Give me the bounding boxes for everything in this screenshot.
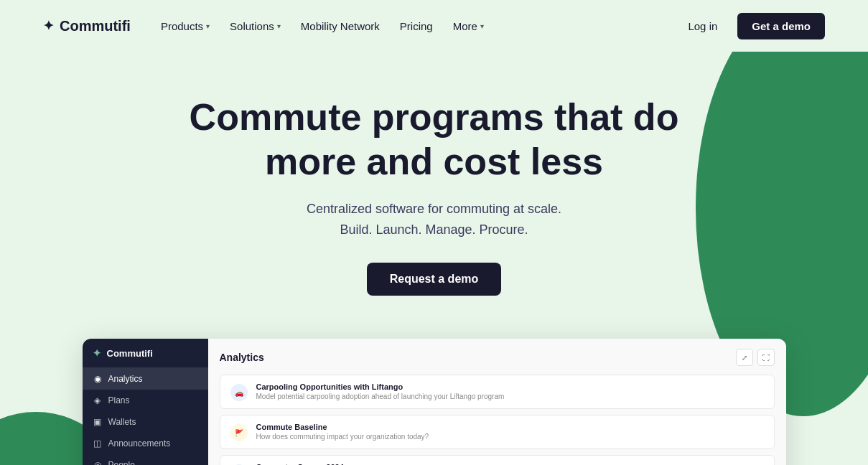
nav-links: Products ▾ Solutions ▾ Mobility Network … [154,16,491,37]
fullscreen-icon-btn[interactable]: ⛶ [757,349,775,366]
carpooling-icon: 🚗 [230,384,248,401]
sidebar-item-announcements[interactable]: ◫ Announcements [83,433,208,454]
nav-pricing[interactable]: Pricing [393,16,440,37]
logo-icon: ✦ [43,18,54,34]
announcements-icon: ◫ [93,438,103,448]
sidebar-analytics-label: Analytics [108,374,143,384]
baseline-content: Commute Baseline How does commuting impa… [256,423,429,441]
carpooling-title: Carpooling Opportunities with Liftango [256,382,505,391]
nav-more[interactable]: More ▾ [446,16,491,37]
sidebar-logo-icon: ✦ [93,347,101,359]
app-main-header: Analytics ⤢ ⛶ [220,349,775,366]
carpooling-desc: Model potential carpooling adoption ahea… [256,393,505,400]
expand-icon-btn[interactable]: ⤢ [736,349,753,366]
hero-section: Commute programs that do more and cost l… [0,52,868,324]
carpooling-content: Carpooling Opportunities with Liftango M… [256,382,505,400]
navbar: ✦ Commutifi Products ▾ Solutions ▾ Mobil… [0,0,868,52]
chevron-down-icon: ▾ [206,22,210,30]
hero-headline: Commute programs that do more and cost l… [183,95,686,184]
sidebar-wallets-label: Wallets [108,417,136,427]
sidebar-item-plans[interactable]: ◈ Plans [83,390,208,411]
nav-more-label: More [453,20,477,32]
hero-subtext: Centralized software for commuting at sc… [14,199,854,240]
analytics-icon: ◉ [93,374,103,384]
nav-products-label: Products [161,20,203,32]
sidebar-people-label: People [108,460,135,465]
get-demo-button[interactable]: Get a demo [737,13,825,39]
nav-mobility-network[interactable]: Mobility Network [294,16,387,37]
sidebar-item-analytics[interactable]: ◉ Analytics [83,368,208,390]
nav-right: Log in Get a demo [679,13,825,39]
sidebar-logo: ✦ Commutifi [83,339,208,368]
sidebar-plans-label: Plans [108,395,130,405]
app-main: Analytics ⤢ ⛶ 🚗 Carpooling Opportunities… [208,339,786,465]
chevron-down-icon: ▾ [480,22,484,30]
login-button[interactable]: Log in [679,14,726,38]
app-main-actions: ⤢ ⛶ [736,349,775,366]
nav-left: ✦ Commutifi Products ▾ Solutions ▾ Mobil… [43,16,491,37]
analytics-row-baseline: 🚩 Commute Baseline How does commuting im… [220,415,775,449]
analytics-row-carpooling: 🚗 Carpooling Opportunities with Liftango… [220,375,775,409]
people-icon: ◎ [93,460,103,465]
analytics-row-survey: 📊 Commuter Survey 2024 Check out the res… [220,455,775,465]
baseline-icon: 🚩 [230,424,248,441]
nav-products[interactable]: Products ▾ [154,16,217,37]
sidebar-item-people[interactable]: ◎ People [83,454,208,465]
plans-icon: ◈ [93,395,103,405]
app-sidebar: ✦ Commutifi ◉ Analytics ◈ Plans ▣ Wallet… [83,339,208,465]
nav-solutions-label: Solutions [230,20,274,32]
baseline-desc: How does commuting impact your organizat… [256,433,429,441]
baseline-title: Commute Baseline [256,423,429,431]
app-main-title: Analytics [220,352,264,363]
logo[interactable]: ✦ Commutifi [43,18,131,34]
request-demo-button[interactable]: Request a demo [367,263,502,296]
wallets-icon: ▣ [93,417,103,427]
sidebar-item-wallets[interactable]: ▣ Wallets [83,411,208,433]
nav-pricing-label: Pricing [400,20,433,32]
sidebar-announcements-label: Announcements [108,438,171,448]
nav-mobility-label: Mobility Network [301,20,380,32]
nav-solutions[interactable]: Solutions ▾ [223,16,288,37]
logo-text: Commutifi [60,18,131,34]
app-preview: ✦ Commutifi ◉ Analytics ◈ Plans ▣ Wallet… [83,339,786,465]
sidebar-logo-text: Commutifi [107,348,153,359]
chevron-down-icon: ▾ [277,22,281,30]
